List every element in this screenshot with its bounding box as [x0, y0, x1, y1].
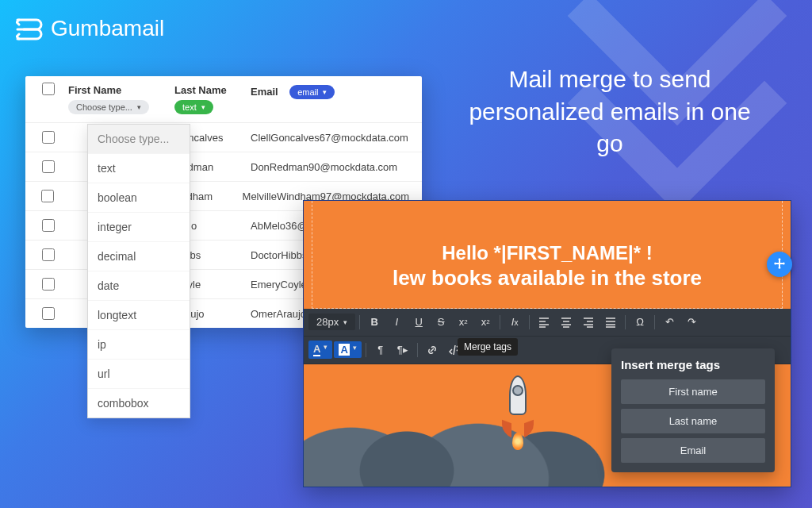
preview-line1: Hello *|FIRST_NAME|* ! — [320, 241, 774, 265]
email-type-select[interactable]: email ▾ — [289, 85, 335, 99]
type-option[interactable]: boolean — [88, 183, 190, 212]
type-dropdown[interactable]: Choose type...textbooleanintegerdecimald… — [87, 124, 190, 418]
undo-button[interactable]: ↶ — [659, 312, 680, 333]
align-center-button[interactable] — [556, 312, 576, 333]
align-right-button[interactable] — [578, 312, 599, 333]
table-header: First Name Choose type... ▾ Last Name te… — [25, 76, 422, 122]
type-placeholder: Choose type... — [76, 102, 132, 112]
merge-tags-panel: Insert merge tags First name Last name E… — [611, 348, 775, 472]
type-option[interactable]: combobox — [88, 388, 190, 418]
table-row: Redman DonRedman90@mockdata.com — [25, 152, 422, 181]
row-checkbox[interactable] — [42, 219, 55, 232]
type-option[interactable]: decimal — [88, 241, 190, 271]
link-button[interactable] — [422, 340, 442, 360]
font-size-value: 28px — [316, 316, 339, 328]
col-last-label: Last Name — [174, 84, 241, 96]
cell-email: ClellGoncalves67@mockdata.com — [246, 132, 414, 144]
type-option[interactable]: integer — [88, 212, 190, 241]
redo-button[interactable]: ↷ — [681, 312, 702, 333]
cell-email: DonRedman90@mockdata.com — [246, 161, 414, 173]
type-value: email — [297, 87, 318, 97]
type-option[interactable]: Choose type... — [88, 125, 190, 153]
row-checkbox[interactable] — [42, 307, 55, 320]
row-checkbox[interactable] — [42, 278, 55, 291]
select-all-checkbox[interactable] — [42, 83, 55, 95]
type-option[interactable]: url — [88, 359, 190, 388]
chevron-down-icon: ▾ — [201, 104, 205, 111]
bg-color-button[interactable]: A▾ — [334, 341, 361, 358]
superscript-button[interactable]: x2 — [453, 312, 473, 333]
row-checkbox[interactable] — [42, 131, 55, 144]
merge-tags-tooltip: Merge tags — [458, 338, 518, 356]
move-handle[interactable] — [767, 252, 792, 277]
align-left-button[interactable] — [534, 312, 554, 333]
move-icon — [773, 258, 786, 271]
row-checkbox[interactable] — [42, 248, 55, 261]
brand-logo: Gumbamail — [16, 16, 164, 41]
align-justify-button[interactable] — [600, 312, 621, 333]
hero-headline: Mail merge to send personalized emails i… — [455, 64, 764, 160]
decor-rocket — [502, 375, 534, 439]
table-row: Goncalves ClellGoncalves67@mockdata.com — [25, 122, 422, 152]
chevron-down-icon: ▾ — [323, 89, 327, 96]
merge-email-button[interactable]: Email — [621, 438, 765, 463]
merge-panel-title: Insert merge tags — [621, 358, 765, 371]
last-name-type-select[interactable]: text ▾ — [174, 100, 213, 114]
merge-first-name-button[interactable]: First name — [621, 379, 765, 404]
type-value: text — [182, 102, 197, 112]
editor-text-block[interactable]: Hello *|FIRST_NAME|* ! lew books availab… — [312, 201, 783, 309]
chevron-down-icon: ▾ — [137, 104, 141, 111]
underline-button[interactable]: U — [408, 312, 429, 333]
strike-button[interactable]: S — [431, 312, 451, 333]
row-checkbox[interactable] — [42, 160, 55, 173]
merge-last-name-button[interactable]: Last name — [621, 409, 765, 433]
col-email-label: Email — [251, 86, 278, 98]
subscript-button[interactable]: x2 — [475, 312, 496, 333]
text-color-button[interactable]: A▾ — [308, 341, 332, 359]
col-first-label: First Name — [68, 84, 165, 96]
chevron-down-icon: ▾ — [343, 318, 347, 326]
direction-button[interactable]: ¶▸ — [393, 340, 413, 360]
first-name-type-select[interactable]: Choose type... ▾ — [68, 100, 149, 114]
logo-icon — [16, 17, 44, 40]
font-size-select[interactable]: 28px ▾ — [308, 314, 355, 330]
preview-line2: lew books available in the store — [320, 265, 774, 292]
chevron-down-icon: ▾ — [324, 343, 327, 356]
omega-button[interactable]: Ω — [630, 312, 650, 333]
type-option[interactable]: longtext — [88, 300, 190, 329]
type-option[interactable]: ip — [88, 329, 190, 359]
type-option[interactable]: text — [88, 153, 190, 183]
row-checkbox[interactable] — [41, 190, 54, 202]
brand-name: Gumbamail — [51, 16, 164, 41]
clear-format-button[interactable]: Ix — [504, 312, 525, 333]
paragraph-button[interactable]: ¶ — [370, 340, 391, 360]
bold-button[interactable]: B — [364, 312, 385, 333]
chevron-down-icon: ▾ — [353, 344, 357, 356]
type-option[interactable]: date — [88, 271, 190, 300]
italic-button[interactable]: I — [386, 312, 407, 333]
email-editor: Hello *|FIRST_NAME|* ! lew books availab… — [303, 200, 791, 487]
